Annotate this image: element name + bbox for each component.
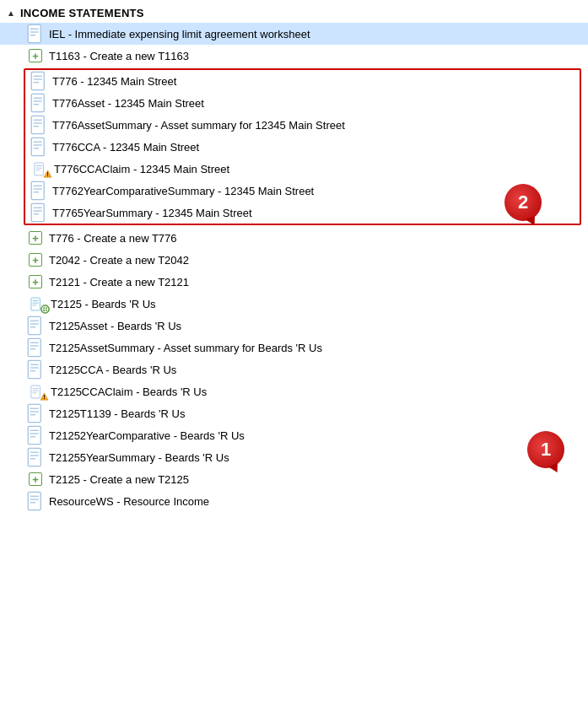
doc-icon [30, 204, 47, 221]
list-item[interactable]: T2125 - Beards 'R Us [0, 293, 588, 315]
list-item[interactable]: T7765YearSummary - 12345 Main Street [25, 202, 580, 224]
list-item[interactable]: + T2121 - Create a new T2121 [0, 271, 588, 293]
plus-icon: + [27, 229, 44, 246]
item-label: IEL - Immediate expensing limit agreemen… [49, 28, 310, 40]
item-label: T21255YearSummary - Beards 'R Us [49, 451, 229, 464]
list-item[interactable]: T776Asset - 12345 Main Street [25, 92, 580, 114]
item-label: T21252YearComparative - Beards 'R Us [49, 429, 245, 442]
list-item[interactable]: T21255YearSummary - Beards 'R Us [0, 446, 588, 468]
list-item[interactable]: T776AssetSummary - Asset summary for 123… [25, 114, 580, 136]
list-item[interactable]: T2125CCA - Beards 'R Us [0, 359, 588, 380]
svg-rect-4 [31, 72, 44, 89]
item-label: T776 - Create a new T776 [49, 232, 177, 245]
item-label: T776CCA - 12345 Main Street [52, 141, 199, 154]
svg-rect-50 [28, 360, 40, 378]
list-item[interactable]: ! T776CCAClaim - 12345 Main Street [25, 158, 580, 180]
item-label: T2121 - Create a new T2121 [49, 276, 189, 288]
doc-icon [27, 361, 44, 378]
list-item[interactable]: + T1163 - Create a new T1163 [0, 45, 588, 67]
svg-rect-16 [31, 138, 44, 155]
svg-rect-60 [28, 404, 40, 422]
item-label: T2125AssetSummary - Asset summary for Be… [49, 342, 322, 354]
doc-icon [27, 339, 44, 356]
svg-rect-0 [28, 24, 40, 42]
list-item[interactable]: T2125Asset - Beards 'R Us [0, 315, 588, 337]
doc-icon [30, 116, 47, 133]
doc-icon [27, 25, 44, 42]
tree-container: ▲ INCOME STATEMENTS IEL - Immediate expe… [0, 0, 588, 515]
doc-icon [27, 317, 44, 334]
grouped-items: T776 - 12345 Main Street T776Asset - 123… [24, 68, 581, 225]
doc-link-icon [27, 295, 46, 312]
item-label: T776CCAClaim - 12345 Main Street [54, 163, 229, 175]
svg-rect-68 [28, 448, 40, 466]
list-item[interactable]: T2125AssetSummary - Asset summary for Be… [0, 337, 588, 359]
list-item[interactable]: T21252YearComparative - Beards 'R Us [0, 424, 588, 446]
item-label: T2125 - Create a new T2125 [49, 473, 189, 486]
plus-icon: + [27, 273, 44, 290]
list-item[interactable]: + T2042 - Create a new T2042 [0, 249, 588, 271]
list-item[interactable]: T7762YearComparativeSummary - 12345 Main… [25, 180, 580, 202]
doc-warn-icon: ! [30, 160, 49, 177]
section-header[interactable]: ▲ INCOME STATEMENTS [0, 3, 588, 23]
item-label: T2125 - Beards 'R Us [51, 298, 156, 310]
doc-icon [27, 405, 44, 422]
doc-icon [30, 182, 47, 199]
svg-rect-54 [31, 386, 40, 398]
list-item[interactable]: + T2125 - Create a new T2125 [0, 468, 588, 490]
list-item[interactable]: + T776 - Create a new T776 [0, 227, 588, 249]
svg-rect-42 [28, 316, 40, 334]
list-item[interactable]: IEL - Immediate expensing limit agreemen… [0, 23, 588, 45]
doc-icon [30, 73, 47, 89]
list-item[interactable]: T776CCA - 12345 Main Street [25, 136, 580, 158]
plus-icon: + [27, 471, 44, 488]
list-item[interactable]: ! T2125CCAClaim - Beards 'R Us [0, 380, 588, 402]
svg-rect-20 [35, 163, 44, 175]
item-label: T776Asset - 12345 Main Street [52, 97, 204, 110]
section-title: INCOME STATEMENTS [20, 7, 144, 19]
svg-rect-8 [31, 94, 44, 111]
collapse-arrow: ▲ [7, 8, 15, 18]
item-label: T2042 - Create a new T2042 [49, 254, 189, 267]
plus-icon: + [27, 251, 44, 268]
plus-icon: + [27, 47, 44, 64]
list-item[interactable]: ResourceWS - Resource Income [0, 490, 588, 512]
svg-text:!: ! [43, 394, 45, 400]
svg-rect-34 [31, 298, 40, 310]
svg-rect-26 [31, 181, 44, 199]
item-label: T2125Asset - Beards 'R Us [49, 320, 181, 332]
doc-warn-icon: ! [27, 383, 46, 400]
item-label: T2125T1139 - Beards 'R Us [49, 407, 185, 420]
doc-icon [27, 427, 44, 444]
item-label: T1163 - Create a new T1163 [49, 50, 189, 62]
doc-icon [30, 138, 47, 155]
item-label: T776 - 12345 Main Street [52, 75, 176, 88]
svg-rect-46 [28, 338, 40, 356]
svg-rect-64 [28, 426, 40, 444]
item-label: T2125CCA - Beards 'R Us [49, 364, 176, 376]
doc-icon [27, 449, 44, 466]
doc-icon [30, 94, 47, 111]
svg-rect-12 [31, 116, 44, 133]
doc-icon [27, 493, 44, 510]
item-label: T7765YearSummary - 12345 Main Street [52, 207, 252, 219]
svg-text:!: ! [46, 171, 48, 177]
item-label: ResourceWS - Resource Income [49, 495, 209, 508]
item-label: T2125CCAClaim - Beards 'R Us [51, 386, 207, 398]
item-label: T7762YearComparativeSummary - 12345 Main… [52, 185, 314, 197]
list-item[interactable]: T2125T1139 - Beards 'R Us [0, 402, 588, 424]
list-item[interactable]: T776 - 12345 Main Street [25, 70, 580, 92]
svg-rect-72 [28, 492, 40, 510]
item-label: T776AssetSummary - Asset summary for 123… [52, 119, 345, 132]
svg-rect-30 [31, 203, 44, 221]
